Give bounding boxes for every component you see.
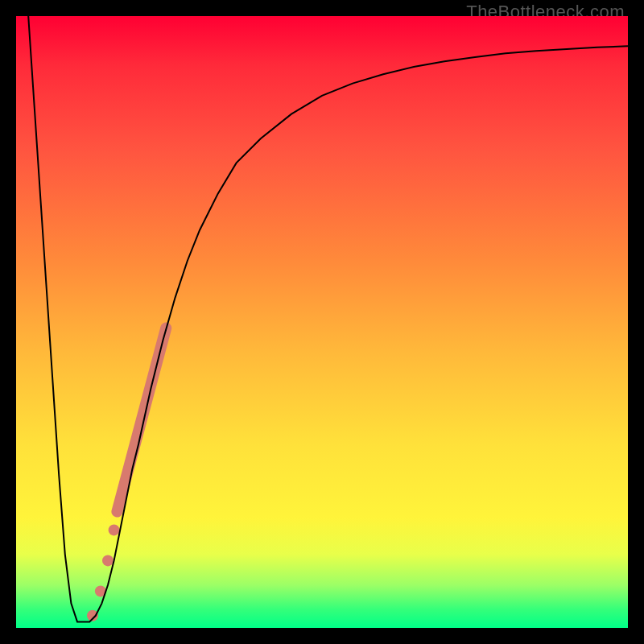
chart-frame: TheBottleneck.com <box>0 0 644 644</box>
highlight-dot <box>102 555 114 566</box>
plot-area <box>16 16 628 628</box>
curve-svg <box>16 16 628 628</box>
highlight-dots-group <box>87 524 120 621</box>
highlight-dot <box>109 524 120 535</box>
